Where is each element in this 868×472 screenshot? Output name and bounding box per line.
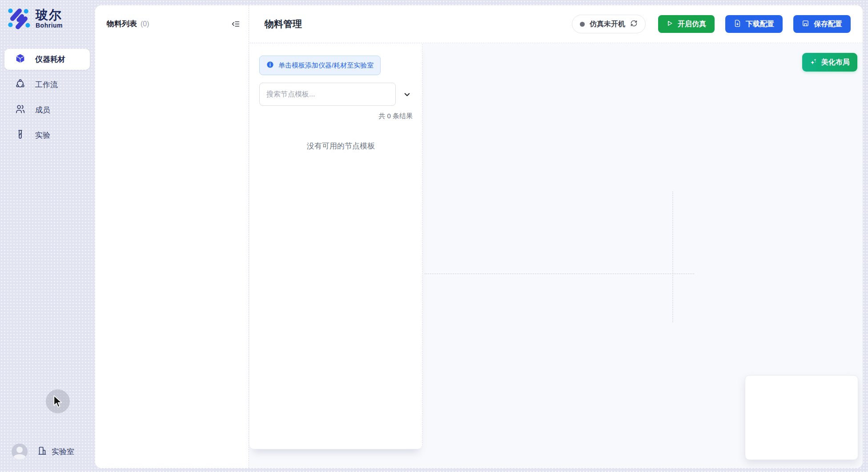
user-avatar[interactable] [12,444,28,460]
empty-templates-message: 没有可用的节点模板 [259,141,422,151]
sidebar-item-label: 实验 [35,130,50,140]
brand-title: 玻尔 [36,8,63,22]
sidebar: 玻尔 Bohrium 仪器耗材 [0,0,95,472]
node-template-panel: 单击模板添加仪器/耗材至实验室 共 0 条结果 没有可用的节点模板 [249,44,422,449]
refresh-icon[interactable] [630,20,638,29]
building-icon [37,446,47,458]
simulation-status-chip[interactable]: 仿真未开机 [572,15,646,33]
page-title: 物料管理 [265,18,302,30]
users-icon [15,104,25,116]
collapse-panel-icon[interactable] [231,19,241,29]
start-simulation-label: 开启仿真 [678,20,706,29]
save-config-button[interactable]: 保存配置 [793,15,851,33]
save-config-label: 保存配置 [814,20,842,29]
beautify-layout-button[interactable]: 美化布局 [802,53,857,72]
brand-subtitle: Bohrium [36,22,63,29]
sidebar-item-label: 成员 [35,105,50,115]
cube-icon [15,53,25,66]
minimap-panel[interactable] [745,375,858,460]
sidebar-item-members[interactable]: 成员 [4,100,90,120]
brand-text: 玻尔 Bohrium [36,8,63,29]
search-results-count: 共 0 条结果 [259,112,413,120]
download-config-button[interactable]: 下载配置 [725,15,783,33]
sidebar-item-experiments[interactable]: 实验 [4,125,90,146]
alignment-guide-vertical [672,192,673,322]
status-label: 仿真未开机 [590,20,625,29]
start-simulation-button[interactable]: 开启仿真 [658,15,715,33]
brand-logo: 玻尔 Bohrium [7,7,63,30]
template-search-row [259,83,422,106]
info-icon [266,61,274,70]
app-root: 玻尔 Bohrium 仪器耗材 [0,0,868,472]
flow-canvas[interactable]: 单击模板添加仪器/耗材至实验室 共 0 条结果 没有可用的节点模板 [249,44,863,468]
lab-label: 实验室 [52,447,74,457]
lab-switcher[interactable]: 实验室 [37,446,74,458]
template-hint-banner: 单击模板添加仪器/耗材至实验室 [259,56,381,75]
play-icon [667,20,673,28]
sidebar-item-workflow[interactable]: 工作流 [4,74,90,95]
chevron-down-icon[interactable] [401,88,413,100]
sidebar-nav: 仪器耗材 工作流 [4,49,90,146]
workflow-icon [15,79,25,91]
sidebar-item-label: 工作流 [35,80,58,90]
sidebar-footer: 实验室 [12,444,74,460]
beautify-layout-label: 美化布局 [821,58,850,67]
sidebar-item-instruments[interactable]: 仪器耗材 [4,49,90,70]
bohrium-logo-icon [7,7,30,30]
template-hint-text: 单击模板添加仪器/耗材至实验室 [278,61,374,70]
sidebar-item-label: 仪器耗材 [35,54,65,64]
materials-panel-title: 物料列表 [107,19,137,29]
main-window: 物料列表 (0) 物料管理 仿真未开机 [95,5,863,468]
materials-panel: 物料列表 (0) [95,5,249,468]
save-icon [802,20,809,29]
alignment-guide-horizontal [425,273,694,274]
materials-count: (0) [141,20,149,28]
test-tube-icon [15,129,25,142]
file-download-icon [734,20,741,29]
template-search-input[interactable] [259,83,396,106]
status-dot-icon [580,22,585,27]
download-config-label: 下载配置 [746,20,774,29]
page-header: 物料管理 仿真未开机 开启仿真 [249,5,863,43]
sparkles-icon [810,58,817,67]
materials-panel-header: 物料列表 (0) [95,5,249,29]
